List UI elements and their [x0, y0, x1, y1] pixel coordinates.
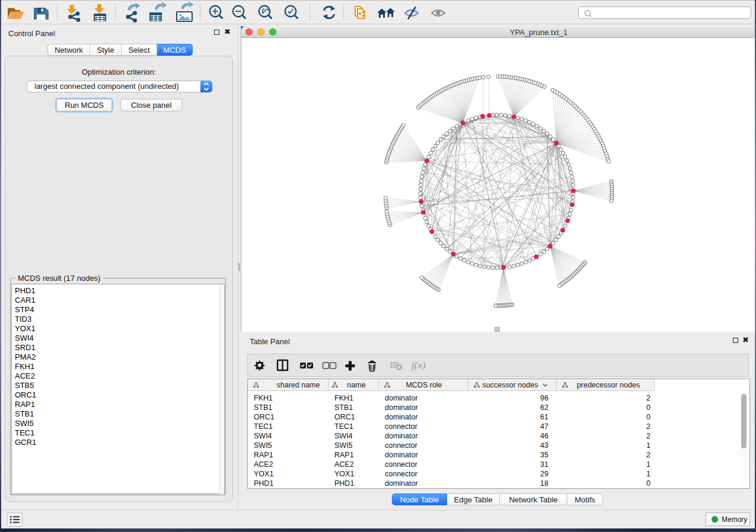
svg-text:f(x): f(x) [412, 360, 426, 371]
